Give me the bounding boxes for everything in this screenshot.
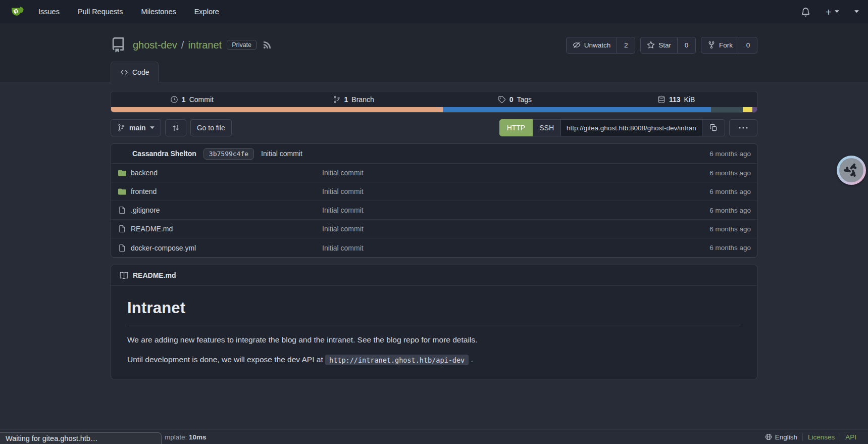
file-row[interactable]: README.md Initial commit 6 months ago bbox=[111, 220, 757, 238]
private-badge: Private bbox=[227, 40, 257, 50]
file-list-box: Cassandra Shelton 3b7599c4fe Initial com… bbox=[111, 143, 757, 258]
file-name-link[interactable]: docker-compose.yml bbox=[131, 244, 196, 252]
commit-hash-badge[interactable]: 3b7599c4fe bbox=[203, 148, 254, 160]
api-link[interactable]: API bbox=[840, 433, 861, 441]
file-commit-message[interactable]: Initial commit bbox=[322, 187, 709, 195]
branch-selector-button[interactable]: main bbox=[111, 119, 161, 136]
file-commit-message[interactable]: Initial commit bbox=[322, 244, 709, 252]
open-book-icon bbox=[120, 271, 128, 280]
copy-icon bbox=[709, 124, 718, 132]
repo-book-icon bbox=[111, 37, 126, 53]
file-name-link[interactable]: backend bbox=[131, 169, 158, 177]
file-commit-message[interactable]: Initial commit bbox=[322, 169, 709, 177]
clone-http-button[interactable]: HTTP bbox=[499, 119, 533, 136]
star-icon bbox=[647, 41, 655, 49]
repo-breadcrumb: ghost-dev / intranet bbox=[133, 39, 222, 51]
eye-slash-icon bbox=[573, 41, 581, 49]
file-icon bbox=[118, 206, 126, 214]
file-row[interactable]: backend Initial commit 6 months ago bbox=[111, 164, 757, 182]
file-icon bbox=[118, 244, 126, 252]
nav-link-milestones[interactable]: Milestones bbox=[141, 8, 176, 16]
stat-size[interactable]: 113KiB bbox=[595, 95, 757, 104]
readme-paragraph: Until development is done, we will expos… bbox=[127, 354, 741, 366]
repo-stats: 1Commit 1Branch 0Tags bbox=[111, 91, 757, 107]
commit-message-link[interactable]: Initial commit bbox=[261, 150, 302, 158]
file-row[interactable]: frontend Initial commit 6 months ago bbox=[111, 182, 757, 201]
browser-status-overlay: Waiting for gitea.ghost.htb… bbox=[0, 432, 162, 444]
language-segment bbox=[743, 107, 752, 112]
plus-icon: + bbox=[826, 7, 832, 17]
repo-summary-box: 1Commit 1Branch 0Tags bbox=[111, 91, 757, 113]
clone-url-group: HTTP SSH bbox=[499, 119, 725, 136]
file-name-link[interactable]: README.md bbox=[131, 225, 173, 233]
file-commit-message[interactable]: Initial commit bbox=[322, 225, 709, 233]
stat-commits[interactable]: 1Commit bbox=[111, 95, 273, 104]
globe-icon bbox=[765, 433, 772, 440]
file-row[interactable]: docker-compose.yml Initial commit 6 mont… bbox=[111, 238, 757, 257]
repo-title-row: ghost-dev / intranet Private bbox=[111, 23, 757, 56]
watch-count[interactable]: 2 bbox=[617, 37, 635, 54]
triskelion-icon bbox=[843, 162, 859, 178]
star-button[interactable]: Star bbox=[640, 37, 678, 54]
extension-badge[interactable] bbox=[837, 156, 866, 185]
repo-name-link[interactable]: intranet bbox=[188, 39, 222, 51]
licenses-link[interactable]: Licenses bbox=[802, 433, 840, 441]
unwatch-button[interactable]: Unwatch bbox=[566, 37, 618, 54]
code-icon bbox=[120, 68, 128, 76]
readme-header: README.md bbox=[111, 265, 757, 286]
rss-icon[interactable] bbox=[263, 40, 272, 50]
stat-tags[interactable]: 0Tags bbox=[434, 95, 596, 104]
file-name-link[interactable]: frontend bbox=[131, 187, 157, 195]
latest-commit-row: Cassandra Shelton 3b7599c4fe Initial com… bbox=[111, 144, 757, 164]
file-name-link[interactable]: .gitignore bbox=[131, 206, 160, 214]
repo-header: ghost-dev / intranet Private bbox=[0, 23, 868, 82]
copy-url-button[interactable] bbox=[702, 119, 725, 136]
footer-links: English Licenses API bbox=[760, 433, 861, 441]
history-clock-icon bbox=[170, 95, 178, 104]
nav-link-issues[interactable]: Issues bbox=[38, 8, 60, 16]
star-count[interactable]: 0 bbox=[678, 37, 696, 54]
fork-count[interactable]: 0 bbox=[739, 37, 757, 54]
nav-link-explore[interactable]: Explore bbox=[194, 8, 219, 16]
go-to-file-button[interactable]: Go to file bbox=[190, 119, 232, 136]
fork-button[interactable]: Fork bbox=[701, 37, 739, 54]
file-row[interactable]: .gitignore Initial commit 6 months ago bbox=[111, 201, 757, 220]
readme-paragraph: We are adding new features to integrate … bbox=[127, 334, 741, 346]
file-icon bbox=[118, 225, 126, 233]
file-time: 6 months ago bbox=[709, 225, 751, 233]
commit-author-link[interactable]: Cassandra Shelton bbox=[132, 150, 196, 158]
language-bar bbox=[111, 107, 757, 112]
clone-ssh-button[interactable]: SSH bbox=[533, 119, 561, 136]
create-new-button[interactable]: + bbox=[826, 7, 839, 17]
git-branch-icon bbox=[333, 95, 341, 104]
compare-button[interactable] bbox=[165, 119, 186, 136]
folder-icon bbox=[118, 187, 126, 195]
stat-branches[interactable]: 1Branch bbox=[273, 95, 434, 104]
file-commit-message[interactable]: Initial commit bbox=[322, 206, 709, 214]
top-navbar: Issues Pull Requests Milestones Explore … bbox=[0, 0, 868, 23]
language-segment bbox=[111, 107, 443, 112]
fork-group: Fork 0 bbox=[701, 37, 757, 54]
file-time: 6 months ago bbox=[709, 188, 751, 195]
clone-url-input[interactable] bbox=[561, 119, 702, 136]
git-branch-icon bbox=[117, 124, 125, 132]
commit-time: 6 months ago bbox=[709, 150, 751, 158]
more-options-button[interactable] bbox=[729, 119, 757, 136]
branch-toolbar: main Go to file HTTP SSH bbox=[111, 119, 757, 136]
tag-icon bbox=[498, 95, 506, 104]
file-time: 6 months ago bbox=[709, 207, 751, 214]
chevron-down-icon bbox=[835, 10, 839, 13]
watch-group: Unwatch 2 bbox=[566, 37, 636, 54]
chevron-down-icon bbox=[854, 10, 859, 13]
extension-badge-inner bbox=[839, 158, 863, 182]
language-selector[interactable]: English bbox=[760, 433, 802, 441]
repo-tabs: Code bbox=[111, 62, 757, 82]
repo-owner-link[interactable]: ghost-dev bbox=[133, 39, 177, 51]
gitea-logo-icon[interactable] bbox=[9, 4, 24, 19]
repo-action-buttons: Unwatch 2 Star 0 bbox=[566, 37, 757, 54]
nav-link-pull-requests[interactable]: Pull Requests bbox=[78, 8, 123, 16]
notifications-bell-icon[interactable] bbox=[801, 7, 810, 17]
tab-code[interactable]: Code bbox=[111, 62, 159, 82]
git-fork-icon bbox=[707, 41, 716, 49]
user-menu-button[interactable] bbox=[854, 10, 859, 13]
